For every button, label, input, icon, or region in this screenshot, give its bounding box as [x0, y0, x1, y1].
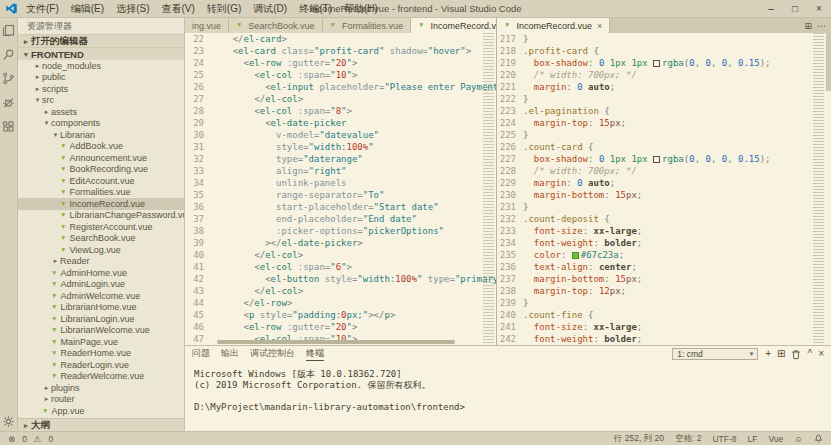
- tree-item-public[interactable]: ▸public: [18, 72, 184, 84]
- terminal-panel: 问题输出调试控制台终端 1: cmd ▾ +⊞^× Microsoft Wind…: [185, 345, 831, 431]
- panel-tab-problems[interactable]: 问题: [192, 347, 210, 361]
- close-panel-icon[interactable]: ×: [818, 349, 824, 359]
- activity-manage-icon[interactable]: [2, 414, 16, 428]
- status-item-2[interactable]: UTF-8: [712, 434, 736, 444]
- tree-item-formalities-vue[interactable]: ▼Formalities.vue: [18, 187, 184, 199]
- tree-item-readerwelcome-vue[interactable]: ▼ReaderWelcome.vue: [18, 371, 184, 383]
- menu-item-4[interactable]: 转到(G): [201, 2, 247, 16]
- minimap[interactable]: [811, 33, 826, 345]
- minimap[interactable]: [481, 33, 496, 345]
- activity-debug-icon[interactable]: [2, 95, 16, 109]
- activity-source-control-icon[interactable]: [2, 71, 16, 85]
- tree-item-scripts[interactable]: ▸scripts: [18, 83, 184, 95]
- tree-item-registeraccount-vue[interactable]: ▼RegisterAccount.vue: [18, 221, 184, 233]
- tree-item-librarianwelcome-vue[interactable]: ▼LibrarianWelcome.vue: [18, 325, 184, 337]
- tree-item-adminwelcome-vue[interactable]: ▼AdminWelcome.vue: [18, 290, 184, 302]
- activity-extensions-icon[interactable]: [2, 119, 16, 133]
- tree-item-searchbook-vue[interactable]: ▼SearchBook.vue: [18, 233, 184, 245]
- tree-item-assets[interactable]: ▸assets: [18, 106, 184, 118]
- code-text: margin: 0 auto;: [523, 177, 831, 189]
- menu-item-1[interactable]: 编辑(E): [65, 2, 110, 16]
- tree-item-reader[interactable]: ▸Reader: [18, 256, 184, 268]
- tree-item-announcement-vue[interactable]: ▼Announcement.vue: [18, 152, 184, 164]
- notifications-bell-icon[interactable]: [814, 433, 823, 445]
- close-button[interactable]: ×: [807, 0, 831, 18]
- tree-item-label: LibrarianChangePassword.vue: [69, 210, 184, 220]
- tree-item-adminhome-vue[interactable]: ▼AdminHome.vue: [18, 267, 184, 279]
- tree-item-node-modules[interactable]: ▸node_modules: [18, 60, 184, 72]
- tree-item-editaccount-vue[interactable]: ▼EditAccount.vue: [18, 175, 184, 187]
- minimize-button[interactable]: –: [759, 0, 783, 18]
- status-item-3[interactable]: LF: [748, 434, 758, 444]
- tree-item-addbook-vue[interactable]: ▼AddBook.vue: [18, 141, 184, 153]
- tab-ing-vue[interactable]: ing.vue: [185, 18, 229, 33]
- tab-incomerecord-vue[interactable]: ▼IncomeRecord.vue●: [411, 18, 496, 33]
- menu-item-2[interactable]: 选择(S): [110, 2, 155, 16]
- panel-tab-debug-console[interactable]: 调试控制台: [250, 347, 295, 361]
- close-icon[interactable]: ×: [597, 21, 602, 31]
- activity-search-icon[interactable]: [2, 47, 16, 61]
- menu-item-5[interactable]: 调试(D): [247, 2, 293, 16]
- outline-section[interactable]: ▸ 大纲: [18, 418, 184, 431]
- code-text: type="daterange": [211, 153, 496, 165]
- more-actions-icon[interactable]: ⋯: [817, 21, 826, 31]
- code-editor-2[interactable]: 217}218.profit-card {219 box-shadow: 0 1…: [497, 33, 831, 345]
- code-line: 240.count-fine {: [497, 309, 831, 321]
- tree-item-components[interactable]: ▾components: [18, 118, 184, 130]
- status-item-1[interactable]: 空格: 2: [675, 433, 701, 445]
- project-section[interactable]: ▾ FRONTEND: [18, 47, 184, 60]
- tab-incomerecord-vue[interactable]: ▼IncomeRecord.vue×: [497, 18, 610, 33]
- tree-item-librarianchangepassword-vue[interactable]: ▼LibrarianChangePassword.vue: [18, 210, 184, 222]
- tree-item-incomerecord-vue[interactable]: ▼IncomeRecord.vue: [18, 198, 184, 210]
- code-line: 36 start-placeholder="Start date": [185, 201, 496, 213]
- maximize-panel-icon[interactable]: ^: [807, 349, 812, 359]
- split-editor-icon[interactable]: ⊞: [804, 21, 812, 31]
- code-text: }: [523, 201, 831, 213]
- kill-terminal-icon[interactable]: [791, 349, 801, 360]
- terminal-output[interactable]: Microsoft Windows [版本 10.0.18362.720](c)…: [185, 362, 831, 431]
- horizontal-scrollbar[interactable]: [217, 340, 455, 344]
- tab-searchbook-vue[interactable]: ▼SearchBook.vue: [229, 18, 322, 33]
- vertical-scrollbar[interactable]: [826, 33, 831, 91]
- tree-item-plugins[interactable]: ▸plugins: [18, 382, 184, 394]
- activity-explorer-icon[interactable]: [2, 23, 16, 37]
- tree-item-readerlogin-vue[interactable]: ▼ReaderLogin.vue: [18, 359, 184, 371]
- line-number: 234: [497, 237, 523, 249]
- panel-header: 问题输出调试控制台终端 1: cmd ▾ +⊞^×: [185, 346, 831, 362]
- new-terminal-icon[interactable]: +: [765, 349, 771, 359]
- tree-item-src[interactable]: ▾src: [18, 95, 184, 107]
- open-editors-section[interactable]: ▸ 打开的编辑器: [18, 34, 184, 47]
- tree-item-label: EditAccount.vue: [69, 176, 134, 186]
- maximize-button[interactable]: □: [783, 0, 807, 18]
- menu-item-6[interactable]: 终端(T): [293, 2, 338, 16]
- tree-item-viewlog-vue[interactable]: ▼ViewLog.vue: [18, 244, 184, 256]
- panel-tab-output[interactable]: 输出: [221, 347, 239, 361]
- tab-formalities-vue[interactable]: ▼Formalities.vue: [323, 18, 411, 33]
- code-editor-1[interactable]: 22 </el-card>23 <el-card class="profit-c…: [185, 33, 496, 345]
- tree-item-readerhome-vue[interactable]: ▼ReaderHome.vue: [18, 348, 184, 360]
- menu-item-3[interactable]: 查看(V): [155, 2, 200, 16]
- code-text: }: [523, 33, 831, 45]
- tree-item-app-vue[interactable]: ▼App.vue: [18, 405, 184, 417]
- tree-item-librarianlogin-vue[interactable]: ▼LibrarianLogin.vue: [18, 313, 184, 325]
- tree-item-mainpage-vue[interactable]: ▼MainPage.vue: [18, 336, 184, 348]
- menu-item-0[interactable]: 文件(F): [20, 2, 65, 16]
- feedback-smiley-icon[interactable]: ☺: [794, 434, 803, 444]
- code-line: 45 <p style="padding:0px;"></p>: [185, 309, 496, 321]
- line-number: 221: [497, 81, 523, 93]
- panel-tab-terminal[interactable]: 终端: [306, 347, 324, 361]
- tree-item-bookrecording-vue[interactable]: ▼BookRecording.vue: [18, 164, 184, 176]
- status-item-0[interactable]: 行 252, 列 20: [614, 433, 664, 445]
- code-text: start-placeholder="Start date": [211, 201, 496, 213]
- menu-item-7[interactable]: 帮助(H): [338, 2, 384, 16]
- split-terminal-icon[interactable]: ⊞: [777, 349, 785, 359]
- tree-item-librarianhome-vue[interactable]: ▼LibrarianHome.vue: [18, 302, 184, 314]
- tree-item-adminlogin-vue[interactable]: ▼AdminLogin.vue: [18, 279, 184, 291]
- terminal-shell-select[interactable]: 1: cmd ▾: [672, 348, 758, 360]
- tree-item-librarian[interactable]: ▾Librarian: [18, 129, 184, 141]
- tree-item-router[interactable]: ▸router: [18, 394, 184, 406]
- problems-status[interactable]: ⊗ 0 ⚠ 0: [8, 434, 53, 444]
- tree-item-label: assets: [51, 107, 77, 117]
- tree-item-label: ReaderWelcome.vue: [60, 371, 144, 381]
- status-item-4[interactable]: Vue: [769, 434, 784, 444]
